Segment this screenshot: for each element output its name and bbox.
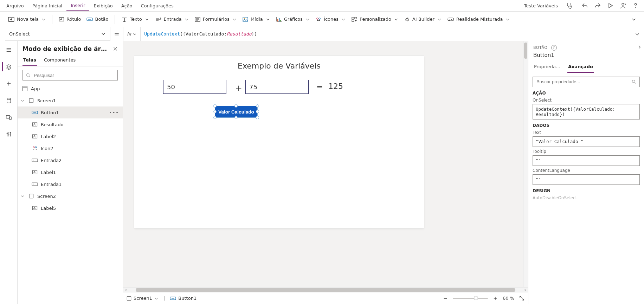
tree-tab-telas[interactable]: Telas <box>22 56 37 66</box>
canvas-title-label: Exemplo de Variáveis <box>134 62 424 70</box>
rail-insert[interactable] <box>2 78 16 89</box>
forms-button[interactable]: Formulários <box>192 15 239 24</box>
tree-title: Modo de exibição de ár… <box>22 45 107 52</box>
prop-label-autodisable: AutoDisableOnSelect <box>533 195 640 200</box>
menu-tab-arquivo[interactable]: Arquivo <box>2 1 28 10</box>
menu-tab-exibicao[interactable]: Exibição <box>89 1 117 10</box>
divider <box>577 2 577 9</box>
tree-node-entrada2[interactable]: Entrada2 <box>18 154 123 166</box>
zoom-slider[interactable] <box>453 298 488 299</box>
scroll-right-arrow[interactable]: › <box>522 287 528 292</box>
help-button[interactable] <box>629 0 642 12</box>
zoom-out-button[interactable] <box>443 296 448 301</box>
status-bar: Screen1 | Button1 60 % <box>123 292 528 304</box>
formula-input[interactable]: UpdateContext({ValorCalculado: Resultado… <box>140 27 630 41</box>
props-tab-propriedades[interactable]: Proprieda… <box>533 63 561 73</box>
redo-button[interactable] <box>591 0 604 12</box>
rail-hamburger[interactable] <box>2 45 16 55</box>
menu-tab-configuracoes[interactable]: Configurações <box>137 1 178 10</box>
breadcrumb-screen[interactable]: Screen1 <box>127 296 159 301</box>
app-checker-button[interactable] <box>563 0 575 12</box>
selection-outline: Valor Calculado <box>215 106 257 117</box>
rail-media[interactable] <box>2 112 16 123</box>
canvas-input-1[interactable]: 50 <box>163 80 226 94</box>
fx-label[interactable]: fx <box>123 27 140 41</box>
tree-tab-componentes[interactable]: Componentes <box>43 56 76 66</box>
search-icon <box>631 79 637 84</box>
help-icon[interactable]: ? <box>551 45 557 51</box>
resize-handle[interactable] <box>234 104 238 108</box>
tree-node-label2[interactable]: Label2 <box>18 130 123 142</box>
canvas-input-2[interactable]: 75 <box>245 80 309 94</box>
tree-node-screen1[interactable]: Screen1 <box>18 95 123 106</box>
equals-sign: = <box>110 30 123 38</box>
zoom-in-button[interactable] <box>493 296 498 301</box>
tree-node-screen2[interactable]: Screen2 <box>18 190 123 202</box>
resize-handle[interactable] <box>256 116 259 119</box>
section-design: DESIGN <box>533 188 640 193</box>
menu-tab-inserir[interactable]: Inserir <box>66 1 89 11</box>
prop-label-tooltip: Tooltip <box>533 149 640 154</box>
more-icon[interactable]: ••• <box>109 110 119 115</box>
resize-handle[interactable] <box>213 116 217 119</box>
rail-data[interactable] <box>2 95 16 106</box>
play-button[interactable] <box>604 0 617 12</box>
icons-button[interactable]: Ícones <box>313 15 348 24</box>
ai-builder-button[interactable]: AI Builder <box>401 15 444 24</box>
resize-handle[interactable] <box>213 110 217 113</box>
button-control-button[interactable]: Botão <box>84 15 111 24</box>
tree-node-resultado[interactable]: Resultado <box>18 118 123 130</box>
mixed-reality-button[interactable]: Realidade Misturada <box>444 15 513 24</box>
fullscreen-button[interactable] <box>519 296 524 301</box>
scroll-thumb[interactable] <box>136 288 515 292</box>
scroll-left-arrow[interactable]: ‹ <box>123 287 129 292</box>
prop-value-text[interactable]: "Valor Calculado " <box>533 136 640 147</box>
vertical-scrollbar[interactable] <box>523 41 528 287</box>
prop-value-tooltip[interactable]: "" <box>533 155 640 166</box>
ribbon-collapse-button[interactable] <box>629 15 639 24</box>
canvas-stage[interactable]: Exemplo de Variáveis 50 ＋ 75 = 125 Valor… <box>123 41 528 287</box>
props-search-input[interactable] <box>536 79 631 85</box>
tree-close-button[interactable] <box>113 46 118 51</box>
artboard[interactable]: Exemplo de Variáveis 50 ＋ 75 = 125 Valor… <box>134 56 424 228</box>
entry-button[interactable]: Entrada <box>152 15 192 24</box>
formula-expand-button[interactable] <box>630 27 644 41</box>
tree-node-button1[interactable]: Button1 ••• <box>18 106 123 118</box>
resize-handle[interactable] <box>234 116 238 119</box>
props-search[interactable] <box>533 77 640 87</box>
props-expand-button[interactable] <box>637 45 642 50</box>
prop-value-contentlanguage[interactable]: "" <box>533 174 640 185</box>
tree-node-label1[interactable]: Label1 <box>18 166 123 178</box>
rail-tree-view[interactable] <box>2 62 16 72</box>
file-name: Teste Variáveis <box>524 3 563 8</box>
share-button[interactable] <box>617 0 629 12</box>
media-button[interactable]: Mídia <box>239 15 273 24</box>
charts-button[interactable]: Gráficos <box>273 15 313 24</box>
scroll-thumb[interactable] <box>524 43 527 59</box>
new-screen-button[interactable]: Nova tela <box>5 15 49 24</box>
prop-value-onselect[interactable]: UpdateContext({ValorCalculado: Resultado… <box>533 104 640 119</box>
tree-node-label5[interactable]: Label5 <box>18 202 123 214</box>
horizontal-scrollbar[interactable]: ‹ › <box>123 287 528 292</box>
custom-button[interactable]: Personalizado <box>348 15 401 24</box>
breadcrumb-selection[interactable]: Button1 <box>170 296 197 301</box>
text-button[interactable]: Texto <box>118 15 152 24</box>
caret-icon[interactable] <box>20 98 25 103</box>
resize-handle[interactable] <box>213 104 217 108</box>
menu-tab-pagina-inicial[interactable]: Página Inicial <box>28 1 66 10</box>
undo-button[interactable] <box>579 0 591 12</box>
tree-list: App Screen1 Button1 ••• Resultado <box>18 83 123 304</box>
rail-advanced-tools[interactable] <box>2 129 16 140</box>
tree-search-input[interactable] <box>33 72 115 78</box>
prop-label-onselect: OnSelect <box>533 98 640 103</box>
tree-node-app[interactable]: App <box>18 83 123 95</box>
resize-handle[interactable] <box>256 110 259 113</box>
menu-tab-acao[interactable]: Ação <box>117 1 137 10</box>
resize-handle[interactable] <box>256 104 259 108</box>
tree-node-icon2[interactable]: Icon2 <box>18 142 123 154</box>
tree-search[interactable] <box>22 70 118 80</box>
tree-node-entrada1[interactable]: Entrada1 <box>18 178 123 190</box>
property-select[interactable]: OnSelect <box>5 27 110 41</box>
props-tab-avancado[interactable]: Avançado <box>567 63 594 73</box>
label-button[interactable]: Rótulo <box>56 15 84 24</box>
